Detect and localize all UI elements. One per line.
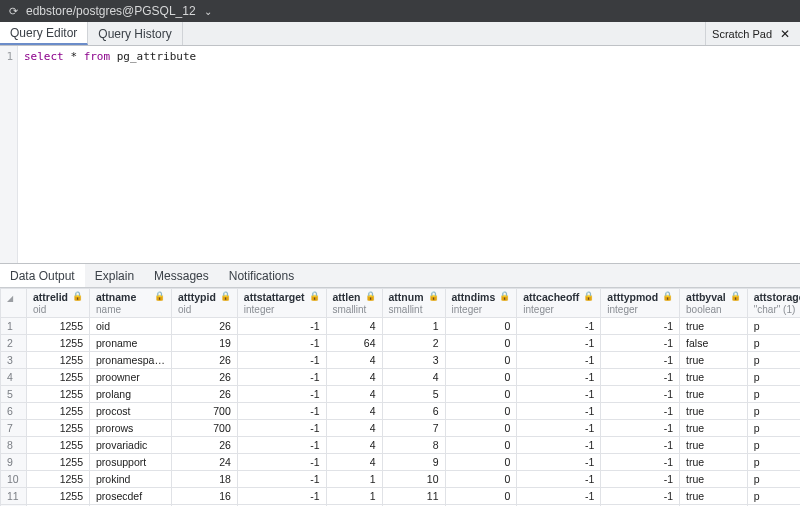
cell[interactable]: -1 [517,335,601,352]
cell[interactable]: -1 [517,369,601,386]
cell[interactable]: true [680,488,748,505]
column-header-attcacheoff[interactable]: attcacheoff🔒integer [517,289,601,318]
table-row[interactable]: 41255proowner26-1440-1-1truepitruefalse [1,369,801,386]
editor-content[interactable]: select * from pg_attribute [18,46,202,263]
cell[interactable]: 4 [326,386,382,403]
cell[interactable]: 1255 [27,488,90,505]
column-header-attnum[interactable]: attnum🔒smallint [382,289,445,318]
cell[interactable]: p [747,352,800,369]
cell[interactable]: 700 [171,420,237,437]
cell[interactable]: -1 [601,454,680,471]
cell[interactable]: 1255 [27,403,90,420]
column-header-attrelid[interactable]: attrelid🔒oid [27,289,90,318]
table-row[interactable]: 31255pronamespa…26-1430-1-1truepitruefal… [1,352,801,369]
table-row[interactable]: 81255provariadic26-1480-1-1truepitruefal… [1,437,801,454]
cell[interactable]: 64 [326,335,382,352]
cell[interactable]: 8 [382,437,445,454]
table-row[interactable]: 11255oid26-1410-1-1truepitruefalse [1,318,801,335]
cell[interactable]: -1 [237,318,326,335]
tab-explain[interactable]: Explain [85,264,144,287]
cell[interactable]: 0 [445,420,517,437]
table-row[interactable]: 111255prosecdef16-11110-1-1truepctruefal… [1,488,801,505]
cell[interactable]: prosecdef [90,488,172,505]
row-number[interactable]: 6 [1,403,27,420]
cell[interactable]: 5 [382,386,445,403]
cell[interactable]: -1 [601,437,680,454]
cell[interactable]: p [747,369,800,386]
row-number[interactable]: 3 [1,352,27,369]
cell[interactable]: p [747,437,800,454]
row-number[interactable]: 8 [1,437,27,454]
cell[interactable]: 26 [171,369,237,386]
cell[interactable]: 16 [171,488,237,505]
table-row[interactable]: 101255prokind18-11100-1-1truepctruefalse [1,471,801,488]
row-number[interactable]: 1 [1,318,27,335]
cell[interactable]: -1 [601,471,680,488]
cell[interactable]: 26 [171,352,237,369]
results-grid-wrap[interactable]: ◢ attrelid🔒oidattname🔒nameatttypid🔒oidat… [0,288,800,506]
cell[interactable]: true [680,352,748,369]
cell[interactable]: p [747,403,800,420]
column-header-attname[interactable]: attname🔒name [90,289,172,318]
cell[interactable]: 4 [382,369,445,386]
column-header-attbyval[interactable]: attbyval🔒boolean [680,289,748,318]
cell[interactable]: 0 [445,386,517,403]
cell[interactable]: -1 [517,437,601,454]
cell[interactable]: 4 [326,403,382,420]
cell[interactable]: 7 [382,420,445,437]
cell[interactable]: 3 [382,352,445,369]
row-number[interactable]: 7 [1,420,27,437]
close-icon[interactable]: ✕ [776,27,794,41]
cell[interactable]: prolang [90,386,172,403]
cell[interactable]: 1255 [27,437,90,454]
cell[interactable]: 4 [326,369,382,386]
cell[interactable]: 1255 [27,471,90,488]
cell[interactable]: 4 [326,318,382,335]
cell[interactable]: 4 [326,352,382,369]
cell[interactable]: proowner [90,369,172,386]
row-number-header[interactable]: ◢ [1,289,27,318]
cell[interactable]: 1255 [27,352,90,369]
cell[interactable]: 1255 [27,386,90,403]
cell[interactable]: prosupport [90,454,172,471]
cell[interactable]: true [680,420,748,437]
cell[interactable]: -1 [237,352,326,369]
cell[interactable]: 0 [445,488,517,505]
cell[interactable]: -1 [517,488,601,505]
column-header-attndims[interactable]: attndims🔒integer [445,289,517,318]
cell[interactable]: -1 [237,420,326,437]
cell[interactable]: 19 [171,335,237,352]
cell[interactable]: pronamespa… [90,352,172,369]
cell[interactable]: 1255 [27,335,90,352]
cell[interactable]: -1 [237,488,326,505]
cell[interactable]: true [680,403,748,420]
cell[interactable]: provariadic [90,437,172,454]
cell[interactable]: 10 [382,471,445,488]
cell[interactable]: 1 [382,318,445,335]
cell[interactable]: 0 [445,335,517,352]
column-header-atttypmod[interactable]: atttypmod🔒integer [601,289,680,318]
cell[interactable]: 0 [445,437,517,454]
table-row[interactable]: 61255procost700-1460-1-1truepitruefalse [1,403,801,420]
cell[interactable]: 1 [326,471,382,488]
cell[interactable]: 1255 [27,420,90,437]
table-row[interactable]: 91255prosupport24-1490-1-1truepitruefals… [1,454,801,471]
cell[interactable]: -1 [237,369,326,386]
cell[interactable]: p [747,386,800,403]
cell[interactable]: 4 [326,420,382,437]
cell[interactable]: -1 [517,352,601,369]
cell[interactable]: -1 [237,403,326,420]
cell[interactable]: -1 [601,318,680,335]
table-row[interactable]: 71255prorows700-1470-1-1truepitruefalse [1,420,801,437]
cell[interactable]: 0 [445,352,517,369]
cell[interactable]: p [747,335,800,352]
cell[interactable]: 0 [445,369,517,386]
cell[interactable]: -1 [517,386,601,403]
row-number[interactable]: 5 [1,386,27,403]
cell[interactable]: proname [90,335,172,352]
tab-query-editor[interactable]: Query Editor [0,22,88,45]
cell[interactable]: procost [90,403,172,420]
column-header-attstorage[interactable]: attstorage🔒"char" (1) [747,289,800,318]
cell[interactable]: -1 [237,335,326,352]
cell[interactable]: 4 [326,454,382,471]
